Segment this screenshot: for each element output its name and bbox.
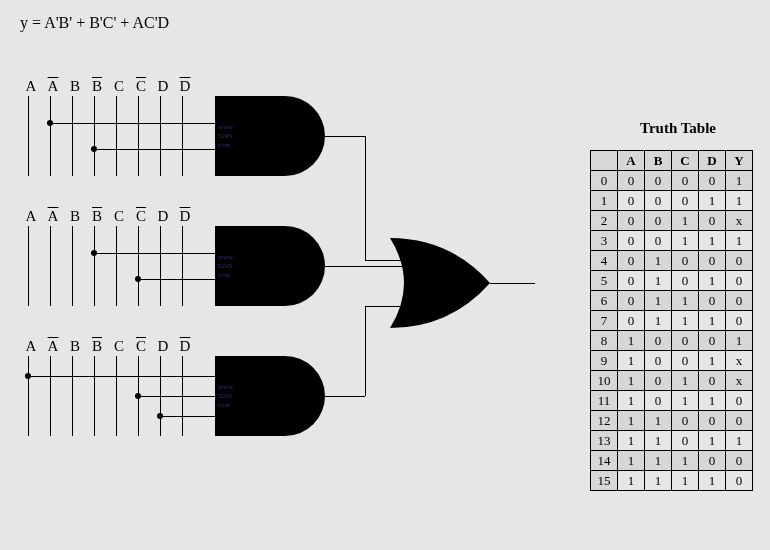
rail-label: C: [130, 208, 152, 225]
table-cell: 0: [618, 171, 645, 191]
input-rail: [72, 226, 73, 306]
table-cell: 1: [699, 191, 726, 211]
table-cell: 0: [726, 451, 753, 471]
table-header-cell: A: [618, 151, 645, 171]
table-row: 91001x: [591, 351, 753, 371]
table-cell: 0: [726, 251, 753, 271]
rail-label: B: [64, 208, 86, 225]
rail-header: AABBCCDD: [20, 208, 196, 225]
rail-label: A: [42, 338, 64, 355]
watermark-text: www: [218, 254, 233, 261]
watermark-text: com: [218, 142, 230, 149]
table-header-cell: D: [699, 151, 726, 171]
row-index-cell: 13: [591, 431, 618, 451]
rail-header: AABBCCDD: [20, 78, 196, 95]
wire: [325, 136, 365, 137]
table-cell: 0: [726, 291, 753, 311]
table-cell: 1: [726, 231, 753, 251]
wire: [160, 416, 215, 417]
table-cell: 1: [618, 371, 645, 391]
table-cell: 1: [618, 391, 645, 411]
row-index-cell: 7: [591, 311, 618, 331]
table-cell: 0: [699, 171, 726, 191]
table-cell: 1: [618, 471, 645, 491]
table-cell: 1: [645, 411, 672, 431]
input-rail: [50, 356, 51, 436]
table-cell: 0: [618, 291, 645, 311]
table-row: 1511110: [591, 471, 753, 491]
table-header-cell: [591, 151, 618, 171]
table-cell: 1: [726, 431, 753, 451]
row-index-cell: 1: [591, 191, 618, 211]
table-cell: 1: [672, 291, 699, 311]
input-rail: [94, 226, 95, 306]
table-cell: 0: [618, 271, 645, 291]
wire: [365, 306, 366, 396]
watermark-text: www: [218, 124, 233, 131]
input-rail: [28, 96, 29, 176]
table-row: 101010x: [591, 371, 753, 391]
rail-label: D: [174, 208, 196, 225]
watermark-text: www: [218, 384, 233, 391]
rail-label: A: [20, 208, 42, 225]
table-cell: x: [726, 371, 753, 391]
rail-label: A: [42, 208, 64, 225]
table-cell: 1: [645, 471, 672, 491]
table-cell: 0: [672, 351, 699, 371]
table-cell: 1: [618, 331, 645, 351]
table-cell: 1: [618, 431, 645, 451]
table-cell: 0: [672, 431, 699, 451]
row-index-cell: 4: [591, 251, 618, 271]
row-index-cell: 11: [591, 391, 618, 411]
and-gate-2: www5245com: [215, 226, 325, 306]
table-cell: 1: [672, 391, 699, 411]
table-cell: 0: [672, 251, 699, 271]
table-cell: 1: [699, 431, 726, 451]
table-cell: 0: [645, 391, 672, 411]
table-header-cell: B: [645, 151, 672, 171]
table-cell: 0: [726, 271, 753, 291]
table-cell: 1: [645, 271, 672, 291]
table-cell: 0: [699, 411, 726, 431]
watermark-text: com: [218, 402, 230, 409]
watermark-text: com: [218, 272, 230, 279]
table-row: 1311011: [591, 431, 753, 451]
rail-label: C: [108, 78, 130, 95]
table-cell: x: [726, 351, 753, 371]
or-gate: [390, 238, 500, 332]
row-index-cell: 2: [591, 211, 618, 231]
input-rail: [94, 356, 95, 436]
table-cell: 1: [726, 331, 753, 351]
rail-label: A: [20, 338, 42, 355]
table-cell: 0: [699, 451, 726, 471]
rail-label: C: [130, 78, 152, 95]
table-cell: 1: [645, 451, 672, 471]
input-rail: [94, 96, 95, 176]
input-rail: [28, 356, 29, 436]
table-cell: 1: [618, 351, 645, 371]
rail-label: A: [42, 78, 64, 95]
table-cell: 0: [672, 171, 699, 191]
table-cell: 1: [699, 311, 726, 331]
row-index-cell: 3: [591, 231, 618, 251]
truth-table: ABCDY00000110001120010x30011140100050101…: [590, 150, 753, 491]
table-cell: 0: [645, 191, 672, 211]
table-cell: 1: [726, 171, 753, 191]
table-row: 20010x: [591, 211, 753, 231]
input-rail: [50, 96, 51, 176]
row-index-cell: 15: [591, 471, 618, 491]
table-row: 1411100: [591, 451, 753, 471]
wire: [365, 136, 366, 260]
boolean-equation: y = A'B' + B'C' + AC'D: [20, 14, 169, 32]
watermark-text: 5245: [218, 393, 232, 400]
table-row: 401000: [591, 251, 753, 271]
rail-label: B: [86, 208, 108, 225]
rail-label: D: [152, 78, 174, 95]
rail-label: A: [20, 78, 42, 95]
rail-label: B: [86, 338, 108, 355]
truth-table-title: Truth Table: [640, 120, 716, 137]
table-cell: 1: [699, 391, 726, 411]
table-row: 000001: [591, 171, 753, 191]
input-rail: [182, 96, 183, 176]
table-cell: 0: [726, 391, 753, 411]
